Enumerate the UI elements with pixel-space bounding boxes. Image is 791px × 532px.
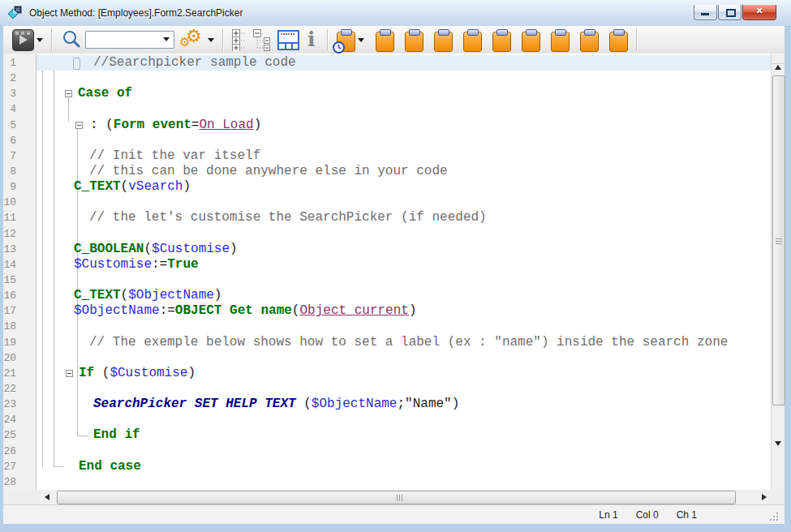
clipboard-6-button[interactable] (519, 28, 543, 52)
horizontal-scrollbar[interactable] (3, 490, 785, 504)
macros-button[interactable]: ⚙⚙ (177, 28, 217, 52)
code-line-21[interactable]: If ($Customise) (37, 366, 771, 381)
clipboard-history-icon (337, 32, 355, 52)
toolbar-separator (636, 29, 638, 50)
code-line-6[interactable] (37, 133, 771, 148)
fold-collapse-icon[interactable] (75, 122, 83, 129)
clipboard-icon (463, 32, 482, 52)
expand-all-button[interactable] (230, 28, 251, 52)
code-line-15[interactable] (37, 272, 771, 288)
clipboard-7-button[interactable] (548, 28, 572, 52)
code-line-27[interactable]: End case (37, 459, 771, 474)
code-line-10[interactable] (37, 195, 771, 210)
clipboard-9-button[interactable] (607, 28, 630, 52)
search-input[interactable] (85, 31, 174, 49)
code-line-2[interactable] (37, 71, 771, 86)
scrollbar-corner (771, 490, 785, 504)
line-number: 16 (3, 288, 36, 303)
clipboard-history-button[interactable] (334, 28, 367, 52)
code-line-19[interactable]: // The exemple below shows how to set a … (37, 335, 771, 350)
split-box[interactable] (772, 54, 785, 64)
line-number: 6 (3, 133, 36, 148)
clipboard-icon (376, 32, 394, 52)
clipboard-3-button[interactable] (432, 28, 455, 52)
horizontal-scroll-track[interactable] (54, 490, 757, 504)
code-line-12[interactable] (37, 226, 771, 242)
fold-collapse-icon[interactable] (65, 90, 72, 97)
run-method-button[interactable] (10, 28, 45, 52)
code-line-1[interactable]: //Searchpicker sample code (37, 55, 771, 71)
clipboard-8-button[interactable] (578, 28, 601, 52)
code-text: C_BOOLEAN($Customise) (74, 242, 238, 257)
clipboard-icon (551, 32, 570, 52)
clipboard-2-button[interactable] (402, 28, 426, 52)
scroll-up-icon[interactable] (775, 65, 781, 70)
code-line-7[interactable]: // Init the var itself (37, 148, 771, 164)
code-line-25[interactable]: End if (37, 427, 771, 443)
line-number: 14 (3, 257, 36, 272)
code-text: $ObjectName:=OBJECT Get name(Object curr… (74, 303, 417, 319)
code-text: // the let's customise the SearchPicker … (89, 210, 487, 225)
vertical-scrollbar[interactable] (771, 54, 785, 490)
scroll-left-button[interactable] (41, 490, 54, 504)
maximize-button[interactable] (718, 5, 742, 20)
code-line-20[interactable] (37, 350, 771, 366)
code-line-24[interactable] (37, 412, 771, 427)
line-number: 28 (3, 474, 36, 490)
line-number: 25 (3, 427, 36, 443)
fold-collapse-icon[interactable] (66, 370, 73, 377)
code-text: $Customise:=True (74, 257, 199, 272)
code-area[interactable]: //Searchpicker sample codeCase of: (Form… (37, 54, 771, 490)
code-line-17[interactable]: $ObjectName:=OBJECT Get name(Object curr… (37, 303, 771, 319)
window-title: Object Method: [Employees].Form2.SearchP… (29, 0, 243, 26)
code-line-13[interactable]: C_BOOLEAN($Customise) (37, 242, 771, 257)
line-number: 26 (3, 444, 36, 459)
line-number: 19 (3, 335, 36, 350)
resize-grip[interactable] (770, 513, 778, 521)
line-number: 17 (3, 303, 36, 319)
status-line: Ln 1 (599, 509, 617, 521)
macros-dropdown-arrow-icon[interactable] (208, 38, 214, 42)
code-line-9[interactable]: C_TEXT(vSearch) (37, 179, 771, 195)
code-line-14[interactable]: $Customise:=True (37, 257, 771, 272)
vertical-scroll-thumb[interactable] (772, 75, 785, 405)
line-number: 21 (3, 366, 36, 381)
code-line-26[interactable] (37, 444, 771, 459)
clipboard-icon (434, 32, 453, 52)
code-line-4[interactable] (37, 101, 771, 117)
information-button[interactable]: i (302, 28, 321, 52)
close-button[interactable]: ✕ (742, 5, 776, 20)
collapse-all-button[interactable] (251, 28, 275, 52)
line-number: 2 (3, 71, 36, 86)
information-icon: i (304, 29, 319, 50)
clipboard-1-button[interactable] (373, 28, 397, 52)
line-number: 1 (3, 55, 36, 71)
code-line-23[interactable]: SearchPicker SET HELP TEXT ($ObjectName;… (37, 397, 771, 412)
horizontal-scroll-thumb[interactable] (57, 491, 736, 504)
gears-macros-icon: ⚙⚙ (179, 28, 205, 51)
form-preview-button[interactable] (275, 28, 302, 52)
run-dropdown-arrow-icon[interactable] (37, 38, 43, 42)
line-number: 8 (3, 164, 36, 179)
scroll-right-button[interactable] (757, 490, 771, 504)
line-number: 3 (3, 86, 36, 101)
scroll-down-icon[interactable] (775, 441, 781, 446)
line-number: 12 (3, 226, 36, 242)
minimize-button[interactable] (694, 5, 717, 20)
code-line-18[interactable] (37, 319, 771, 334)
code-line-11[interactable]: // the let's customise the SearchPicker … (37, 210, 771, 225)
object-method-icon (8, 6, 23, 20)
clipboard-4-button[interactable] (461, 28, 484, 52)
code-line-16[interactable]: C_TEXT($ObjectName) (37, 288, 771, 303)
line-number: 7 (3, 148, 36, 164)
line-number: 13 (3, 242, 36, 257)
code-line-8[interactable]: // this can be done anywhere else in you… (37, 164, 771, 179)
clipboard-5-button[interactable] (490, 28, 514, 52)
code-line-3[interactable]: Case of (37, 86, 771, 101)
text-caret (73, 58, 80, 70)
code-line-5[interactable]: : (Form event=On Load) (37, 118, 771, 133)
code-line-22[interactable] (37, 381, 771, 397)
clipboard-dropdown-arrow-icon[interactable] (358, 38, 364, 42)
code-line-28[interactable] (37, 474, 771, 490)
toolbar-separator (327, 29, 329, 50)
